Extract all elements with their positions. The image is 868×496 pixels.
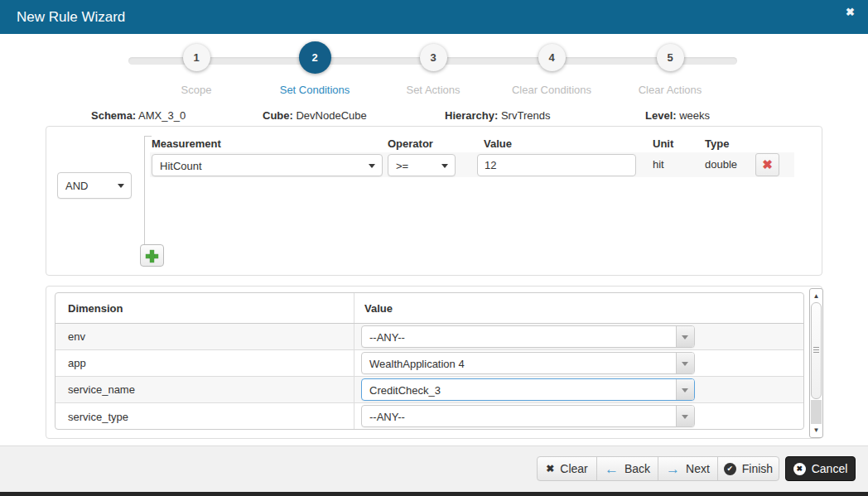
step-label-set-actions: Set Actions xyxy=(375,84,491,96)
scrollbar-up-icon[interactable]: ▲ xyxy=(810,290,822,302)
clear-button-label: Clear xyxy=(560,462,587,475)
delete-x-icon: ✖ xyxy=(762,157,773,171)
chevron-down-icon xyxy=(441,164,448,168)
back-button[interactable]: ← Back xyxy=(596,456,658,481)
context-hierarchy-label: Hierarchy: xyxy=(445,109,498,122)
scrollbar-grip-icon xyxy=(813,347,819,354)
env-value-select[interactable]: --ANY-- xyxy=(361,325,695,348)
condition-group-line xyxy=(144,136,145,246)
header-dimension: Dimension xyxy=(55,293,354,323)
arrow-left-icon: ← xyxy=(605,462,619,476)
service-type-value-select[interactable]: --ANY-- xyxy=(361,405,695,427)
page-background-strip xyxy=(0,492,868,496)
operator-value: >= xyxy=(396,159,408,171)
condition-group-line-hook xyxy=(144,136,152,137)
context-bar: Schema: AMX_3_0 Cube: DevNodeCube Hierar… xyxy=(0,109,868,124)
dimension-table: Dimension Value env --ANY-- app WealthAp… xyxy=(55,292,804,430)
step-circle-3[interactable]: 3 xyxy=(420,44,447,71)
new-rule-wizard-dialog: New Rule Wizard ✖ 1 Scope 2 Set Conditio… xyxy=(0,0,868,496)
env-selected-value: --ANY-- xyxy=(369,330,405,343)
step-set-conditions: 2 Set Conditions xyxy=(257,41,373,96)
dimension-value-cell: CreditCheck_3 xyxy=(354,377,803,402)
context-hierarchy: Hierarchy: SrvTrends xyxy=(445,109,550,122)
chevron-down-icon xyxy=(682,362,688,366)
wizard-stepper: 1 Scope 2 Set Conditions 3 Set Actions 4… xyxy=(0,37,868,104)
scrollbar-thumb[interactable] xyxy=(811,302,822,399)
finish-button-label: Finish xyxy=(742,462,773,475)
app-value-select[interactable]: WealthApplication 4 xyxy=(361,352,695,374)
chevron-down-icon xyxy=(682,335,688,339)
value-input[interactable] xyxy=(477,154,636,176)
check-circle-icon: ✔ xyxy=(724,463,736,475)
context-level-value: weeks xyxy=(679,109,710,122)
dimension-name: env xyxy=(55,324,354,349)
header-value: Value xyxy=(354,293,803,323)
step-circle-2[interactable]: 2 xyxy=(299,41,331,74)
step-circle-5[interactable]: 5 xyxy=(657,44,684,71)
conditions-panel: AND Measurement Operator Value Unit Type… xyxy=(46,126,822,276)
close-circle-icon: ✖ xyxy=(793,463,806,475)
dimension-value-cell: WealthApplication 4 xyxy=(354,350,803,376)
next-button-label: Next xyxy=(686,462,710,475)
dimensions-panel: Dimension Value env --ANY-- app WealthAp… xyxy=(46,286,822,439)
add-condition-button[interactable] xyxy=(140,244,164,267)
dimension-value-cell: --ANY-- xyxy=(354,403,803,430)
dimension-name: app xyxy=(55,350,354,376)
step-circle-1[interactable]: 1 xyxy=(183,44,210,71)
app-selected-value: WealthApplication 4 xyxy=(369,357,465,369)
vertical-scrollbar[interactable]: ▲ ▼ xyxy=(809,288,823,438)
dialog-title: New Rule Wizard xyxy=(17,0,125,34)
dialog-footer: ✖ Clear ← Back → Next ✔ Finish ✖ Cancel xyxy=(0,445,868,492)
arrow-right-icon: → xyxy=(666,462,680,476)
service-type-selected-value: --ANY-- xyxy=(369,410,405,422)
unit-value: hit xyxy=(653,158,664,171)
logic-operator-value: AND xyxy=(65,180,88,192)
service-name-value-select[interactable]: CreditCheck_3 xyxy=(361,378,695,401)
context-level-label: Level: xyxy=(645,109,677,122)
dimension-name: service_type xyxy=(55,403,354,430)
chevron-down-icon xyxy=(369,164,375,168)
finish-button[interactable]: ✔ Finish xyxy=(717,456,779,481)
wizard-button-group: ✖ Clear ← Back → Next ✔ Finish xyxy=(537,456,779,481)
cancel-button[interactable]: ✖ Cancel xyxy=(785,456,856,481)
column-header-type: Type xyxy=(705,137,729,150)
dialog-titlebar: New Rule Wizard ✖ xyxy=(0,0,868,34)
clear-button[interactable]: ✖ Clear xyxy=(537,456,597,481)
delete-condition-button[interactable]: ✖ xyxy=(755,153,779,176)
step-scope: 1 Scope xyxy=(138,41,254,96)
dropdown-button xyxy=(676,326,694,347)
table-row-service-type: service_type --ANY-- xyxy=(55,403,803,430)
step-label-scope: Scope xyxy=(138,84,254,96)
table-row-app: app WealthApplication 4 xyxy=(55,350,803,377)
service-name-selected-value: CreditCheck_3 xyxy=(369,383,441,396)
step-circle-4[interactable]: 4 xyxy=(538,44,566,71)
type-value: double xyxy=(705,158,737,171)
dimension-value-cell: --ANY-- xyxy=(354,324,803,349)
step-label-clear-conditions: Clear Conditions xyxy=(494,84,610,96)
column-header-value: Value xyxy=(484,137,512,150)
operator-select[interactable]: >= xyxy=(388,154,456,176)
step-clear-conditions: 4 Clear Conditions xyxy=(494,41,610,96)
dropdown-button xyxy=(676,379,694,400)
next-button[interactable]: → Next xyxy=(658,456,718,481)
scrollbar-track[interactable] xyxy=(811,400,822,424)
scrollbar-down-icon[interactable]: ▼ xyxy=(810,424,822,436)
close-icon[interactable]: ✖ xyxy=(846,6,855,18)
context-level: Level: weeks xyxy=(645,109,710,122)
dropdown-button xyxy=(676,406,694,426)
logic-operator-select[interactable]: AND xyxy=(57,172,132,199)
dropdown-button xyxy=(676,353,694,373)
dimension-name: service_name xyxy=(55,377,354,402)
chevron-down-icon xyxy=(682,388,688,392)
step-label-set-conditions: Set Conditions xyxy=(257,84,373,96)
column-header-operator: Operator xyxy=(388,137,433,150)
context-cube-label: Cube: xyxy=(263,109,293,122)
context-cube-value: DevNodeCube xyxy=(296,109,366,122)
measurement-value: HitCount xyxy=(160,159,202,171)
measurement-select[interactable]: HitCount xyxy=(152,154,383,176)
context-schema-value: AMX_3_0 xyxy=(138,109,186,122)
chevron-down-icon xyxy=(682,415,688,419)
context-schema-label: Schema: xyxy=(91,109,136,122)
table-row-service-name: service_name CreditCheck_3 xyxy=(55,377,803,403)
step-set-actions: 3 Set Actions xyxy=(375,41,491,96)
